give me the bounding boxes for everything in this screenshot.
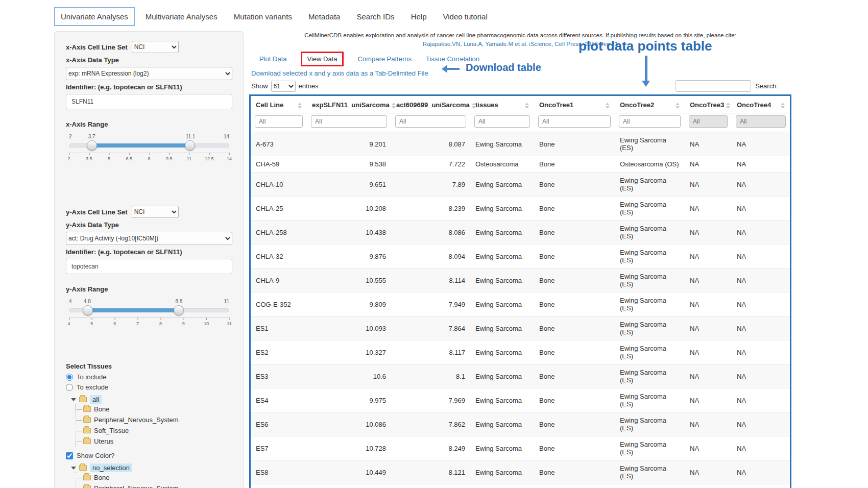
tree-item-uterus[interactable]: Uterus — [76, 436, 232, 447]
x-range-handle-low[interactable] — [87, 140, 97, 151]
y-range-handle-high[interactable] — [174, 305, 184, 315]
data-table: Cell LineexpSLFN11_uniSarcomaact609699_u… — [251, 96, 790, 488]
column-header-expslfn11-unisarcoma[interactable]: expSLFN11_uniSarcoma — [307, 96, 391, 113]
show-color-option[interactable]: Show Color? — [66, 452, 232, 459]
column-header-oncotree2[interactable]: OncoTree2 — [615, 96, 685, 113]
column-filter-oncotree1[interactable] — [538, 115, 611, 128]
sort-icon[interactable] — [606, 103, 610, 109]
search-input[interactable] — [676, 80, 751, 92]
download-link[interactable]: Download selected x and y axis data as a… — [251, 69, 428, 77]
tissues-exclude-option[interactable]: To exclude — [66, 383, 232, 391]
tree-item-bone[interactable]: Bone — [76, 404, 232, 414]
table-cell: 9.651 — [307, 173, 391, 197]
tree-root-label[interactable]: no_selection — [90, 463, 132, 472]
y-identifier-input[interactable] — [66, 259, 232, 274]
column-header-cell-line[interactable]: Cell Line — [251, 96, 307, 113]
table-cell: Bone — [534, 173, 615, 197]
table-cell: NA — [685, 245, 732, 269]
column-header-oncotree4[interactable]: OncoTree4 — [732, 96, 790, 113]
nav-tab-multivariate-analyses[interactable]: Multivariate Analyses — [140, 8, 223, 25]
table-cell: Ewing Sarcoma (ES) — [615, 269, 685, 292]
column-header-oncotree1[interactable]: OncoTree1 — [534, 96, 615, 113]
slider-tick-label: 14 — [227, 156, 232, 161]
tree-root-label[interactable]: all — [90, 395, 102, 404]
show-color-checkbox[interactable] — [66, 452, 73, 459]
table-cell: 10.438 — [307, 221, 391, 245]
table-cell: Bone — [534, 269, 615, 292]
tree-item-peripheral-nervous-system[interactable]: Peripheral_Nervous_System — [76, 483, 232, 488]
sort-icon[interactable] — [298, 103, 302, 109]
show-label: Show — [251, 82, 268, 90]
control-panel: x-Axis Cell Line Set NCI x-Axis Data Typ… — [54, 31, 244, 488]
nav-tab-search-ids[interactable]: Search IDs — [351, 8, 400, 25]
subtab-plot-data[interactable]: Plot Data — [259, 55, 286, 63]
annotation-download-table: Download table — [466, 62, 541, 74]
column-filter-act609699-unisarcoma[interactable] — [395, 115, 466, 128]
column-filter-tissues[interactable] — [474, 115, 530, 128]
folder-icon — [83, 438, 91, 444]
x-identifier-input[interactable] — [66, 94, 232, 109]
x-data-type-select[interactable]: exp: mRNA Expression (log2) — [66, 67, 232, 80]
column-header-oncotree3[interactable]: OncoTree3 — [685, 96, 732, 113]
sort-icon[interactable] — [676, 103, 680, 109]
x-identifier-label: Identifier: (e.g. topotecan or SLFN11) — [66, 83, 232, 91]
sort-icon[interactable] — [726, 103, 730, 109]
caret-down-icon[interactable] — [71, 467, 76, 470]
table-cell: NA — [685, 412, 732, 436]
nav-tab-metadata[interactable]: Metadata — [303, 8, 346, 25]
table-cell: Ewing Sarcoma — [470, 132, 534, 156]
table-row: CHLA-109.6517.89Ewing SarcomaBoneEwing S… — [251, 173, 790, 197]
table-cell: 8.094 — [391, 245, 470, 269]
tree-item-peripheral-nervous-system[interactable]: Peripheral_Nervous_System — [76, 414, 232, 425]
column-header-tissues[interactable]: tissues — [470, 96, 534, 113]
sort-icon[interactable] — [781, 103, 785, 109]
caret-down-icon[interactable] — [71, 398, 76, 401]
exclude-radio[interactable] — [66, 384, 73, 391]
x-range-handle-high[interactable] — [185, 140, 195, 151]
include-radio[interactable] — [66, 374, 73, 381]
sort-icon[interactable] — [392, 103, 396, 109]
tree-root-no-selection[interactable]: no_selection — [71, 463, 232, 472]
tree-item-bone[interactable]: Bone — [76, 472, 232, 483]
y-range-min-label: 4 — [69, 299, 72, 304]
subtab-compare-patterns[interactable]: Compare Patterns — [358, 55, 412, 63]
y-data-type-select[interactable]: act: Drug Activity (-log10[IC50M]) — [66, 232, 232, 245]
nav-tab-help[interactable]: Help — [405, 8, 432, 25]
nav-tab-univariate-analyses[interactable]: Univariate Analyses — [54, 7, 135, 26]
y-range-handle-low[interactable] — [83, 305, 93, 315]
table-cell: Bone — [534, 340, 615, 364]
y-range-track[interactable] — [69, 308, 229, 312]
x-range-selected-bar — [92, 143, 190, 148]
table-cell: CHLA-258 — [251, 221, 307, 245]
column-filter-expslfn11-unisarcoma[interactable] — [311, 115, 387, 128]
table-cell: 8.1 — [391, 364, 470, 388]
nav-tab-video-tutorial[interactable]: Video tutorial — [437, 8, 493, 25]
y-range-slider[interactable]: 4 4.8 8.8 11 4567891011 — [69, 308, 229, 342]
tissues-include-option[interactable]: To include — [66, 373, 232, 381]
table-cell: Bone — [534, 412, 615, 436]
x-range-slider[interactable]: 2 3.7 11.1 14 23.556.589.51112.514 — [69, 143, 229, 177]
table-cell: 8.082 — [391, 484, 470, 488]
sort-icon[interactable] — [525, 103, 529, 109]
table-cell: Ewing Sarcoma (ES) — [615, 412, 685, 436]
table-cell: Ewing Sarcoma (ES) — [615, 460, 685, 484]
table-row: ES110.0937.864Ewing SarcomaBoneEwing Sar… — [251, 316, 790, 340]
tree-item-soft-tissue[interactable]: Soft_Tissue — [76, 425, 232, 436]
tree-item-label: Bone — [94, 405, 109, 413]
nav-tab-mutation-variants[interactable]: Mutation variants — [228, 8, 298, 25]
y-cell-line-set-select[interactable]: NCI — [132, 206, 179, 218]
citation-text: CellMinerCDB enables exploration and ana… — [249, 31, 791, 38]
tree-root-all[interactable]: all — [71, 395, 232, 404]
column-filter-oncotree2[interactable] — [619, 115, 681, 128]
table-row: ES49.9757.969Ewing SarcomaBoneEwing Sarc… — [251, 388, 790, 412]
tree-children: BonePeripheral_Nervous_SystemSoft_Tissue… — [76, 404, 232, 447]
table-cell: Ewing Sarcoma — [470, 340, 534, 364]
entries-select[interactable]: 61 — [271, 81, 296, 92]
column-header-act609699-unisarcoma[interactable]: act609699_uniSarcoma — [391, 96, 470, 113]
x-range-min-label: 2 — [69, 134, 72, 139]
x-range-track[interactable] — [69, 143, 229, 148]
subtab-view-data[interactable]: View Data — [301, 52, 343, 66]
table-cell: Ewing Sarcoma — [470, 292, 534, 316]
x-cell-line-set-select[interactable]: NCI — [132, 41, 179, 53]
column-filter-cell-line[interactable] — [255, 115, 303, 128]
